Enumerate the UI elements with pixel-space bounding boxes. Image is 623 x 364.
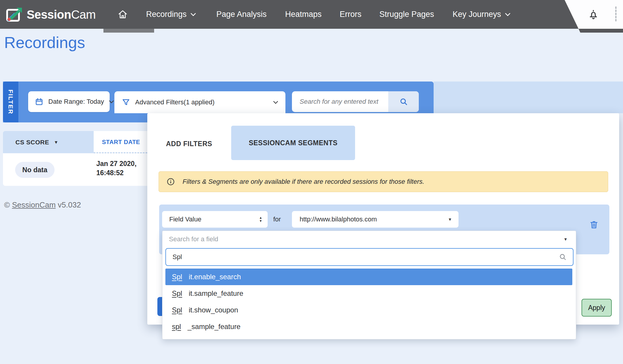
advanced-filters-label: Advanced Filters(1 applied) (135, 98, 215, 106)
site-select[interactable]: http://www.bilalphotos.com ▼ (292, 211, 459, 228)
tab-add-filters[interactable]: ADD FILTERS (166, 137, 212, 151)
nav-struggle-pages[interactable]: Struggle Pages (379, 0, 434, 29)
field-search-dropdown: Search for a field ▼ Spl Split.enable_se… (162, 231, 576, 339)
field-type-select[interactable]: Field Value ▲▼ (162, 211, 268, 228)
filter-bar-extension (434, 82, 623, 113)
filter-tab-label: FILTER (7, 90, 14, 114)
column-header-start-date[interactable]: START DATE (94, 131, 147, 153)
notifications-bell-icon[interactable] (587, 8, 600, 21)
apply-button[interactable]: Apply (582, 299, 612, 317)
tab-sessioncam-segments[interactable]: SESSIONCAM SEGMENTS (231, 126, 355, 160)
page-title: Recordings (4, 33, 85, 52)
advanced-filters-modal: ADD FILTERS SESSIONCAM SEGMENTS Filters … (147, 113, 619, 325)
navbar-corner-strip (579, 29, 623, 33)
chevron-down-icon (505, 13, 511, 16)
field-option[interactable]: Split.sample_feature (165, 285, 572, 302)
chevron-down-icon (273, 101, 278, 104)
footer-copyright: © SessionCam v5.032 (4, 200, 81, 210)
advanced-filters-button[interactable]: Advanced Filters(1 applied) (114, 91, 285, 113)
search-icon (399, 97, 408, 106)
info-banner: Filters & Segments are only available if… (159, 171, 608, 192)
field-option[interactable]: Split.enable_search (165, 269, 572, 285)
start-date-value: Jan 27 2020, 16:48:52 (96, 159, 137, 178)
field-select-trigger[interactable]: Search for a field ▼ (162, 231, 576, 248)
sessioncam-logo-icon (5, 6, 23, 23)
sort-descending-icon: ▼ (54, 140, 58, 145)
info-banner-message: Filters & Segments are only available if… (183, 178, 424, 186)
nav-recordings[interactable]: Recordings (146, 0, 196, 29)
dropdown-caret-icon: ▼ (448, 217, 452, 222)
filter-side-tab[interactable]: FILTER (3, 82, 18, 122)
active-nav-indicator (103, 29, 154, 33)
select-spinner-icon: ▲▼ (259, 216, 262, 223)
nav-heatmaps[interactable]: Heatmaps (285, 0, 322, 29)
field-option[interactable]: spl_sample_feature (165, 318, 572, 335)
search-input[interactable]: Search for any entered text (300, 91, 378, 112)
calendar-icon (35, 97, 44, 106)
chevron-down-icon (190, 13, 196, 16)
field-search-input[interactable]: Spl (165, 248, 574, 266)
kebab-menu-icon[interactable] (615, 7, 616, 21)
home-icon (117, 9, 128, 20)
version-label: v5.032 (58, 200, 81, 209)
nav-page-analysis[interactable]: Page Analysis (216, 0, 267, 29)
dropdown-caret-icon: ▼ (563, 237, 568, 242)
info-icon (167, 178, 175, 186)
funnel-icon (122, 98, 130, 107)
table-row[interactable]: No data Jan 27 2020, 16:48:52 (3, 153, 147, 186)
search-icon (559, 253, 567, 261)
column-header-cs-score[interactable]: CS SCORE ▼ (3, 131, 94, 153)
nav-key-journeys[interactable]: Key Journeys (453, 0, 511, 29)
nav-recordings-label: Recordings (146, 10, 187, 19)
screen: SessionCam Recordings Page Analysis Heat… (0, 0, 623, 364)
chevron-down-icon (109, 100, 114, 103)
sessioncam-link[interactable]: SessionCam (12, 200, 55, 209)
for-label: for (273, 211, 281, 228)
nav-errors[interactable]: Errors (340, 0, 362, 29)
field-option[interactable]: Split.show_coupon (165, 302, 572, 318)
date-range-button[interactable]: Date Range: Today (28, 91, 110, 112)
delete-filter-icon[interactable] (589, 219, 599, 230)
brand-logo[interactable]: SessionCam (5, 6, 96, 23)
brand-name: SessionCam (27, 8, 96, 21)
search-submit-button[interactable] (388, 91, 419, 112)
date-range-label: Date Range: Today (48, 98, 104, 106)
nav-home[interactable] (117, 0, 128, 29)
cs-score-badge: No data (15, 162, 55, 178)
session-search-box: Search for any entered text (292, 91, 419, 112)
